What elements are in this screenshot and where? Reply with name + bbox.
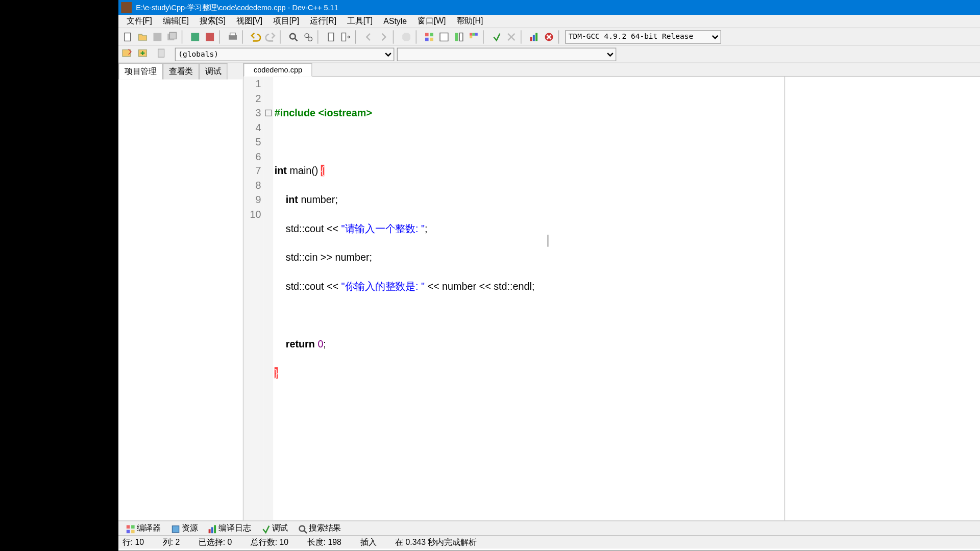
svg-rect-38 — [211, 527, 213, 533]
open-file-icon[interactable] — [136, 30, 149, 43]
save-all-icon[interactable] — [165, 30, 179, 43]
close-file-icon[interactable] — [203, 30, 216, 43]
titlebar: E:\e-study\Cpp-学习整理\code\codedemo.cpp - … — [118, 0, 980, 15]
code-area[interactable]: 12345678910 - #include <iostream> int ma… — [243, 77, 980, 520]
menu-tools[interactable]: 工具[T] — [342, 14, 378, 29]
bottom-tab-debug[interactable]: 调试 — [256, 521, 292, 535]
fold-column: - — [264, 77, 273, 520]
editor: codedemo.cpp 12345678910 - #include <ios… — [243, 63, 980, 520]
svg-rect-14 — [425, 33, 429, 36]
new-file-icon[interactable] — [121, 30, 134, 43]
menu-view[interactable]: 视图[V] — [231, 14, 268, 29]
scope-select[interactable]: (globals) — [175, 47, 395, 61]
svg-point-11 — [308, 37, 312, 41]
remove-file-icon[interactable] — [156, 47, 169, 61]
svg-rect-0 — [125, 33, 131, 41]
stop-debug-icon[interactable] — [505, 30, 518, 43]
redo-icon[interactable] — [264, 30, 277, 43]
bottom-tab-compilelog[interactable]: 编译日志 — [203, 521, 255, 535]
bottom-tab-search[interactable]: 搜索结果 — [293, 521, 345, 535]
bottom-panel-tabs: 编译器 资源 编译日志 调试 搜索结果 — [118, 520, 980, 535]
bottom-tab-compiler[interactable]: 编译器 — [121, 521, 165, 535]
svg-rect-12 — [328, 33, 334, 41]
status-mode: 插入 — [360, 537, 377, 548]
add-file-icon[interactable] — [137, 47, 151, 61]
sidebar-tab-classes[interactable]: 查看类 — [163, 63, 199, 80]
svg-rect-7 — [230, 33, 236, 35]
svg-rect-32 — [127, 525, 130, 529]
svg-point-8 — [290, 33, 296, 39]
toolbar-main: TDM-GCC 4.9.2 64-bit Release — [118, 28, 980, 45]
svg-rect-20 — [459, 33, 463, 41]
new-project-icon[interactable] — [121, 47, 134, 61]
svg-rect-21 — [470, 33, 472, 35]
print-icon[interactable] — [226, 30, 239, 43]
svg-rect-36 — [172, 525, 179, 532]
status-length: 长度: 198 — [307, 537, 341, 548]
svg-rect-27 — [535, 33, 537, 41]
stop-icon[interactable] — [400, 30, 413, 43]
menu-window[interactable]: 窗口[W] — [412, 14, 451, 29]
forward-icon[interactable] — [377, 30, 390, 43]
save-as-icon[interactable] — [188, 30, 202, 43]
function-select[interactable] — [397, 47, 617, 61]
svg-rect-23 — [475, 33, 478, 35]
line-gutter: 12345678910 — [243, 77, 264, 520]
toolbar-nav: (globals) — [118, 46, 980, 63]
svg-rect-19 — [455, 33, 458, 41]
menu-edit[interactable]: 编辑[E] — [157, 14, 194, 29]
menu-help[interactable]: 帮助[H] — [451, 14, 488, 29]
rebuild-icon[interactable] — [467, 30, 480, 43]
status-selected: 已选择: 0 — [199, 537, 232, 548]
profile-icon[interactable] — [527, 30, 541, 43]
svg-rect-15 — [430, 33, 433, 36]
svg-rect-4 — [191, 33, 199, 41]
bottom-tab-resources[interactable]: 资源 — [166, 521, 202, 535]
svg-rect-31 — [158, 49, 164, 57]
svg-rect-37 — [209, 529, 211, 533]
undo-icon[interactable] — [249, 30, 262, 43]
delete-profile-icon[interactable] — [542, 30, 555, 43]
svg-rect-26 — [533, 35, 535, 41]
window-title: E:\e-study\Cpp-学习整理\code\codedemo.cpp - … — [135, 3, 980, 13]
svg-rect-5 — [206, 33, 214, 41]
goto-icon[interactable] — [339, 30, 352, 43]
menubar: 文件[F] 编辑[E] 搜索[S] 视图[V] 项目[P] 运行[R] 工具[T… — [118, 15, 980, 28]
status-parse: 在 0.343 秒内完成解析 — [395, 537, 476, 548]
menu-project[interactable]: 项目[P] — [268, 14, 305, 29]
status-line: 行: 10 — [122, 537, 144, 548]
find-icon[interactable] — [287, 30, 300, 43]
debug-icon[interactable] — [490, 30, 503, 43]
svg-rect-1 — [154, 33, 162, 41]
app-icon — [121, 2, 132, 13]
compiler-select[interactable]: TDM-GCC 4.9.2 64-bit Release — [565, 30, 721, 43]
menu-search[interactable]: 搜索[S] — [194, 14, 231, 29]
svg-rect-3 — [169, 32, 176, 39]
statusbar: 行: 10 列: 2 已选择: 0 总行数: 10 长度: 198 插入 在 0… — [118, 535, 980, 548]
run-icon[interactable] — [437, 30, 451, 43]
svg-rect-17 — [430, 37, 433, 41]
replace-icon[interactable] — [301, 30, 314, 43]
svg-rect-33 — [131, 525, 135, 529]
menu-astyle[interactable]: AStyle — [378, 15, 412, 28]
save-icon[interactable] — [151, 30, 164, 43]
margin-line — [785, 77, 785, 520]
sidebar-tab-project[interactable]: 项目管理 — [118, 63, 163, 80]
status-total: 总行数: 10 — [251, 537, 288, 548]
svg-rect-29 — [122, 49, 131, 56]
status-col: 列: 2 — [163, 537, 180, 548]
svg-rect-16 — [425, 37, 429, 41]
compile-run-icon[interactable] — [452, 30, 465, 43]
back-icon[interactable] — [362, 30, 375, 43]
menu-file[interactable]: 文件[F] — [121, 14, 157, 29]
compile-icon[interactable] — [423, 30, 436, 43]
svg-line-41 — [304, 530, 307, 533]
svg-rect-18 — [440, 33, 448, 41]
sidebar-tab-debug[interactable]: 调试 — [199, 63, 227, 80]
svg-rect-39 — [214, 525, 216, 533]
menu-run[interactable]: 运行[R] — [305, 14, 342, 29]
editor-tab[interactable]: codedemo.cpp — [243, 63, 312, 77]
bookmark-icon[interactable] — [324, 30, 337, 43]
text-cursor — [548, 235, 548, 247]
fold-toggle-icon[interactable]: - — [265, 110, 272, 116]
